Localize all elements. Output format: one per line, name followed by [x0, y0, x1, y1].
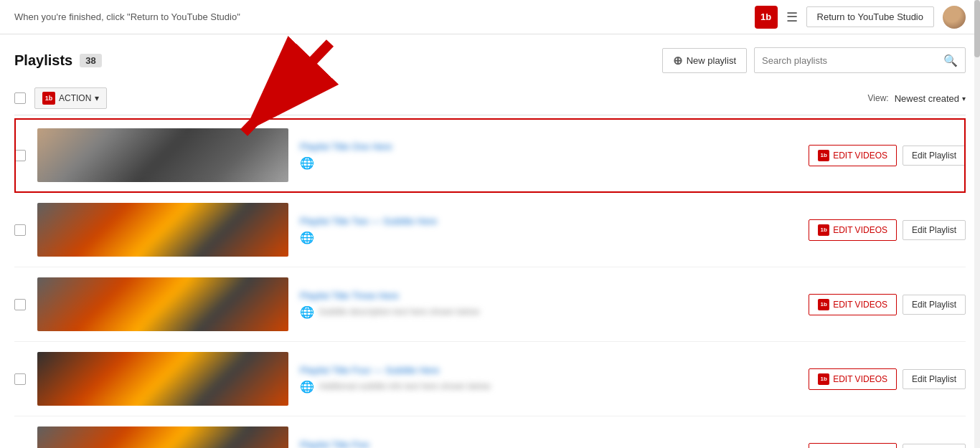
scrollbar-thumb[interactable] — [974, 0, 980, 57]
globe-icon: 🌐 — [300, 380, 314, 394]
playlist-row: Playlist Title One Here 🌐 1b EDIT VIDEOS… — [14, 118, 966, 193]
plus-icon: ⊕ — [673, 54, 682, 67]
row-checkbox[interactable] — [14, 224, 26, 236]
playlists-title-group: Playlists 38 — [14, 52, 102, 69]
playlist-row: Playlist Title Four — Subtitle Here 🌐 Ad… — [14, 342, 966, 416]
new-playlist-button[interactable]: ⊕ New playlist — [662, 48, 747, 73]
search-icon: 🔍 — [943, 54, 958, 67]
edit-videos-button[interactable]: 1b EDIT VIDEOS — [809, 443, 897, 449]
playlist-thumbnail[interactable] — [37, 426, 288, 448]
row-checkbox[interactable] — [14, 150, 26, 161]
yt-action-icon: 1b — [42, 92, 55, 105]
search-container: 🔍 — [754, 47, 966, 73]
row-checkbox[interactable] — [14, 373, 26, 385]
topbar-message: When you're finished, click "Return to Y… — [14, 11, 240, 22]
row-actions: 1b EDIT VIDEOS Edit Playlist — [809, 294, 966, 315]
playlist-meta: 🌐 — [300, 156, 794, 170]
playlist-row: Playlist Title Five 🌐 1b EDIT VIDEOS Edi… — [14, 416, 966, 448]
search-input[interactable] — [762, 55, 943, 66]
select-all-checkbox[interactable] — [14, 92, 26, 104]
edit-videos-button[interactable]: 1b EDIT VIDEOS — [809, 145, 897, 166]
edit-videos-button[interactable]: 1b EDIT VIDEOS — [809, 294, 897, 315]
globe-icon: 🌐 — [300, 156, 314, 170]
row-actions: 1b EDIT VIDEOS Edit Playlist — [809, 145, 966, 166]
playlist-name[interactable]: Playlist Title Two — Subtitle Here — [300, 216, 794, 227]
topbar: When you're finished, click "Return to Y… — [0, 0, 980, 34]
playlist-row: Playlist Title Three Here 🌐 Subtitle des… — [14, 267, 966, 342]
playlist-info: Playlist Title Four — Subtitle Here 🌐 Ad… — [300, 365, 794, 394]
yt-edit-icon: 1b — [818, 150, 829, 161]
playlist-info: Playlist Title Five 🌐 — [300, 439, 794, 449]
chevron-down-icon: ▾ — [962, 95, 966, 103]
playlist-info: Playlist Title One Here 🌐 — [300, 141, 794, 170]
yt-edit-icon: 1b — [818, 373, 829, 385]
playlist-meta: 🌐 Additional subtitle info text here sho… — [300, 380, 794, 394]
playlists-actions: ⊕ New playlist 🔍 — [662, 47, 966, 73]
edit-videos-button[interactable]: 1b EDIT VIDEOS — [809, 368, 897, 390]
yt-edit-icon: 1b — [818, 224, 829, 236]
topbar-right: 1b ☰ Return to YouTube Studio — [755, 6, 966, 29]
playlists-count-badge: 38 — [80, 54, 101, 67]
main-content: Playlists 38 ⊕ New playlist 🔍 1b ACTION … — [0, 34, 980, 448]
playlist-thumbnail[interactable] — [37, 128, 288, 182]
edit-playlist-button[interactable]: Edit Playlist — [903, 220, 966, 240]
playlist-meta: 🌐 — [300, 231, 794, 244]
toolbar-left: 1b ACTION ▾ — [14, 87, 107, 109]
playlist-name[interactable]: Playlist Title Three Here — [300, 290, 794, 301]
row-checkbox[interactable] — [14, 299, 26, 310]
row-actions: 1b EDIT VIDEOS Edit Playlist — [809, 368, 966, 390]
playlists-title: Playlists — [14, 52, 72, 69]
scrollbar-track — [974, 0, 980, 448]
action-button[interactable]: 1b ACTION ▾ — [34, 87, 107, 109]
edit-playlist-button[interactable]: Edit Playlist — [903, 146, 966, 166]
playlist-name[interactable]: Playlist Title Five — [300, 439, 794, 449]
row-actions: 1b EDIT VIDEOS Edit Playlist — [809, 219, 966, 241]
playlist-name[interactable]: Playlist Title Four — Subtitle Here — [300, 365, 794, 376]
playlist-meta: 🌐 Subtitle description text here shown b… — [300, 305, 794, 319]
edit-playlist-button[interactable]: Edit Playlist — [903, 295, 966, 315]
playlist-info: Playlist Title Two — Subtitle Here 🌐 — [300, 216, 794, 244]
playlist-row: Playlist Title Two — Subtitle Here 🌐 1b … — [14, 193, 966, 267]
row-actions: 1b EDIT VIDEOS Edit Playlist — [809, 443, 966, 449]
globe-icon: 🌐 — [300, 305, 314, 319]
playlist-thumbnail[interactable] — [37, 352, 288, 406]
playlist-thumbnail[interactable] — [37, 277, 288, 331]
edit-playlist-button[interactable]: Edit Playlist — [903, 369, 966, 389]
toolbar-row: 1b ACTION ▾ View: Newest created ▾ — [14, 82, 966, 115]
yt-logo: 1b — [755, 6, 778, 29]
playlist-thumbnail[interactable] — [37, 203, 288, 257]
playlist-subtitle: Subtitle description text here shown bel… — [319, 307, 479, 317]
playlists-header: Playlists 38 ⊕ New playlist 🔍 — [14, 34, 966, 82]
playlist-info: Playlist Title Three Here 🌐 Subtitle des… — [300, 290, 794, 319]
yt-edit-icon: 1b — [818, 299, 829, 310]
playlist-list: Playlist Title One Here 🌐 1b EDIT VIDEOS… — [14, 118, 966, 448]
playlist-name[interactable]: Playlist Title One Here — [300, 141, 794, 152]
edit-playlist-button[interactable]: Edit Playlist — [903, 444, 966, 449]
avatar[interactable] — [943, 6, 966, 29]
sort-button[interactable]: Newest created ▾ — [895, 93, 966, 104]
edit-videos-button[interactable]: 1b EDIT VIDEOS — [809, 219, 897, 241]
view-label: View: — [868, 93, 889, 103]
hamburger-icon[interactable]: ☰ — [786, 9, 798, 25]
return-to-studio-button[interactable]: Return to YouTube Studio — [806, 6, 934, 27]
globe-icon: 🌐 — [300, 231, 314, 244]
toolbar-right: View: Newest created ▾ — [868, 93, 966, 104]
playlist-subtitle: Additional subtitle info text here shown… — [319, 381, 490, 391]
